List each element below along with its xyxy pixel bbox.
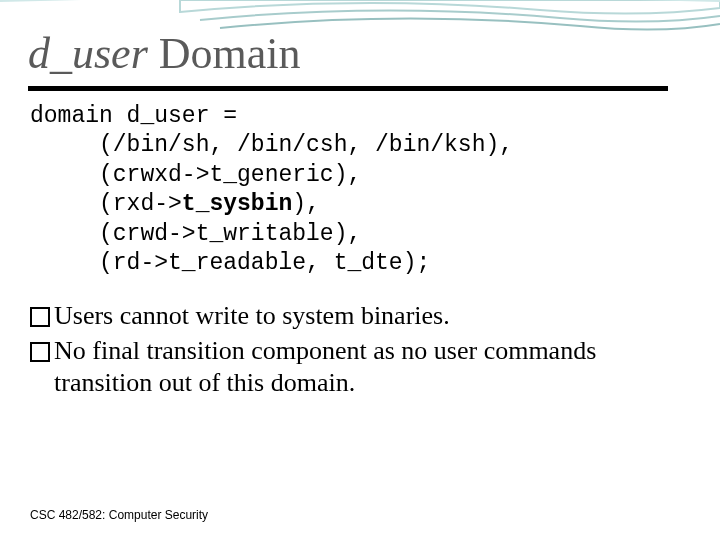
code-line-2: (/bin/sh, /bin/csh, /bin/ksh), bbox=[30, 132, 513, 158]
code-line-4a: (rxd-> bbox=[30, 191, 182, 217]
bullet-box-icon bbox=[30, 307, 50, 327]
bullet-list: Users cannot write to system binaries. N… bbox=[30, 300, 670, 402]
bullet-box-icon bbox=[30, 342, 50, 362]
code-line-3: (crwxd->t_generic), bbox=[30, 162, 361, 188]
title-italic: d_user bbox=[28, 29, 148, 78]
title-plain: Domain bbox=[148, 29, 301, 78]
code-line-4b: ), bbox=[292, 191, 320, 217]
bullet-item: No final transition component as no user… bbox=[30, 335, 670, 400]
bullet-text: Users cannot write to system binaries. bbox=[54, 300, 670, 333]
title-underline bbox=[28, 86, 668, 91]
code-line-4-bold: t_sysbin bbox=[182, 191, 292, 217]
code-line-5: (crwd->t_writable), bbox=[30, 221, 361, 247]
code-line-6: (rd->t_readable, t_dte); bbox=[30, 250, 430, 276]
code-line-1: domain d_user = bbox=[30, 103, 237, 129]
slide-title: d_user Domain bbox=[28, 28, 301, 79]
footer-text: CSC 482/582: Computer Security bbox=[30, 508, 208, 522]
bullet-item: Users cannot write to system binaries. bbox=[30, 300, 670, 333]
code-block: domain d_user = (/bin/sh, /bin/csh, /bin… bbox=[30, 102, 513, 279]
bullet-text: No final transition component as no user… bbox=[54, 335, 670, 400]
